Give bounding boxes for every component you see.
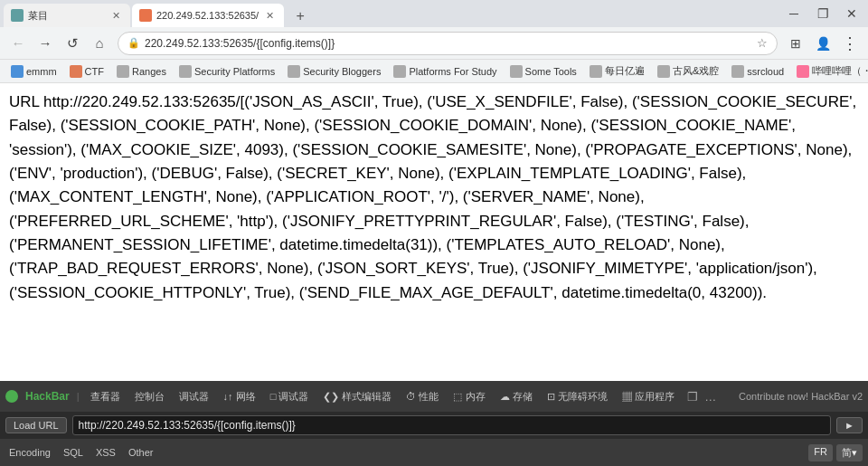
new-tab-button[interactable]: + — [289, 5, 311, 27]
bookmark-ssrcloud[interactable]: ssrcloud — [726, 63, 789, 80]
nav-right-icons: ⊞ 👤 ⋮ — [783, 31, 863, 56]
hackbar-toolbar: HackBar | 查看器 控制台 调试器 ↓↑ 网络 □ 调试器 ❮❯ 样式编… — [0, 381, 868, 412]
titlebar-controls: ─ ❐ ✕ — [781, 1, 864, 26]
bookmark-st-icon — [510, 65, 523, 78]
security-icon: 🔒 — [127, 37, 140, 49]
load-url-button[interactable]: Load URL — [5, 417, 67, 433]
extensions-button[interactable]: ⊞ — [783, 31, 808, 56]
bookmark-ssr-label: ssrcloud — [747, 66, 784, 77]
encoding-dropdown[interactable]: Encoding — [5, 445, 54, 460]
bookmark-ps-label: Platforms For Study — [409, 66, 496, 77]
hackbar-application[interactable]: ▦ 应用程序 — [618, 388, 678, 405]
bookmark-some-tools[interactable]: Some Tools — [505, 63, 582, 80]
bookmark-ctf-icon — [70, 65, 82, 78]
hackbar-contribute: Contribute now! HackBar v2 — [739, 391, 863, 402]
hackbar-console[interactable]: 控制台 — [131, 388, 168, 405]
bookmark-sp-icon — [179, 65, 192, 78]
hackbar-performance[interactable]: ⏱ 性能 — [402, 388, 442, 405]
settings-button[interactable]: ⋮ — [837, 31, 863, 56]
back-button[interactable]: ← — [5, 31, 31, 56]
bookmark-music[interactable]: 古风&戏腔 — [652, 62, 724, 80]
hackbar-label: HackBar — [25, 390, 70, 403]
tab2-favicon — [139, 9, 152, 22]
bookmark-ctf-label: CTF — [85, 66, 104, 77]
titlebar: 菜目 ✕ 220.249.52.133:52635/ ✕ + ─ ❐ ✕ — [0, 0, 868, 27]
copy-icon-1[interactable]: ❐ — [685, 389, 700, 404]
sep1: | — [77, 391, 80, 402]
tab-2[interactable]: 220.249.52.133:52635/ ✕ — [132, 4, 284, 27]
minimize-button[interactable]: ─ — [781, 1, 807, 26]
hackbar-inspector[interactable]: 查看器 — [87, 388, 124, 405]
forward-button[interactable]: → — [33, 31, 58, 56]
address-bar[interactable]: 🔒 220.249.52.133:52635/{[config.items()]… — [118, 32, 778, 55]
bookmark-emmm-label: emmm — [26, 66, 57, 77]
tab-area: 菜目 ✕ 220.249.52.133:52635/ ✕ + — [4, 0, 774, 27]
hackbar-network[interactable]: ↓↑ 网络 — [220, 388, 259, 405]
url-input-bar: Load URL ► — [0, 412, 868, 439]
lang-zh: 简▾ — [836, 444, 863, 461]
bookmark-music-label: 古风&戏腔 — [673, 64, 719, 78]
bookmark-sb-icon — [288, 65, 300, 78]
bookmark-sp-label: Security Platforms — [194, 66, 275, 77]
url-input-field[interactable] — [72, 415, 832, 435]
url-go-button[interactable]: ► — [836, 417, 863, 433]
other-button[interactable]: Other — [125, 445, 157, 460]
bookmark-security-platforms[interactable]: Security Platforms — [174, 63, 280, 80]
tab2-label: 220.249.52.133:52635/ — [156, 10, 259, 21]
bookmark-ranges[interactable]: Ranges — [111, 63, 172, 80]
address-icons: ☆ — [757, 36, 768, 50]
statusbar: Encoding SQL XSS Other FR 简▾ — [0, 439, 868, 466]
navbar: ← → ↺ ⌂ 🔒 220.249.52.133:52635/{[config.… — [0, 27, 868, 60]
main-content: URL http://220.249.52.133:52635/[('JSON_… — [0, 83, 868, 381]
xss-button[interactable]: XSS — [92, 445, 119, 460]
tab1-close[interactable]: ✕ — [108, 8, 123, 23]
bookmark-bili-label: 哔哩哔哩（・`ω´・）っつロ — [812, 64, 868, 78]
tab2-close[interactable]: ✕ — [262, 8, 277, 23]
close-button[interactable]: ✕ — [839, 1, 864, 26]
bookmark-star-icon[interactable]: ☆ — [757, 36, 768, 50]
home-button[interactable]: ⌂ — [87, 31, 112, 56]
hackbar-memory[interactable]: ⬚ 内存 — [449, 388, 488, 405]
hackbar-accessibility[interactable]: ⊡ 无障碍环境 — [543, 388, 611, 405]
more-icon[interactable]: … — [703, 389, 718, 404]
bookmark-ps-icon — [393, 65, 406, 78]
bookmark-ranges-icon — [117, 65, 129, 78]
bookmark-emmm-icon — [11, 65, 24, 78]
bookmark-bilibili[interactable]: 哔哩哔哩（・`ω´・）っつロ — [791, 62, 868, 80]
hackbar-copy-actions: ❐ … — [685, 389, 718, 404]
bookmark-daily-label: 每日亿遍 — [605, 64, 645, 78]
bookmark-security-bloggers[interactable]: Security Bloggers — [282, 63, 386, 80]
tab1-favicon — [11, 9, 24, 22]
profile-button[interactable]: 👤 — [810, 31, 835, 56]
bookmark-st-label: Some Tools — [525, 66, 577, 77]
sql-button[interactable]: SQL — [60, 445, 87, 460]
hackbar-debugger2[interactable]: □ 调试器 — [267, 388, 313, 405]
bookmark-sb-label: Security Bloggers — [303, 66, 381, 77]
tab1-label: 菜目 — [28, 9, 105, 23]
bookmark-ctf[interactable]: CTF — [64, 63, 109, 80]
bookmark-emmm[interactable]: emmm — [5, 63, 62, 80]
lang-area: FR 简▾ — [808, 444, 863, 461]
bookmark-music-icon — [657, 65, 670, 78]
reload-button[interactable]: ↺ — [60, 31, 85, 56]
restore-button[interactable]: ❐ — [810, 1, 835, 26]
hackbar-storage[interactable]: ☁ 存储 — [496, 388, 536, 405]
tab-1[interactable]: 菜目 ✕ — [4, 4, 130, 27]
bookmark-bili-icon — [797, 65, 809, 78]
bookmark-daily-icon — [590, 65, 602, 78]
address-text: 220.249.52.133:52635/{[config.items()]} — [145, 37, 751, 50]
lang-fr: FR — [808, 444, 833, 461]
hackbar-style-editor[interactable]: ❮❯ 样式编辑器 — [319, 388, 395, 405]
page-content-text: URL http://220.249.52.133:52635/[('JSON_… — [9, 90, 859, 305]
bookmark-platforms-study[interactable]: Platforms For Study — [388, 63, 502, 80]
hackbar-status-icon — [5, 390, 18, 403]
bookmark-daily[interactable]: 每日亿遍 — [584, 62, 650, 80]
bookmark-ranges-label: Ranges — [132, 66, 166, 77]
bookmark-ssr-icon — [731, 65, 744, 78]
bookmarks-bar: emmm CTF Ranges Security Platforms Secur… — [0, 60, 868, 83]
hackbar-debugger[interactable]: 调试器 — [175, 388, 212, 405]
